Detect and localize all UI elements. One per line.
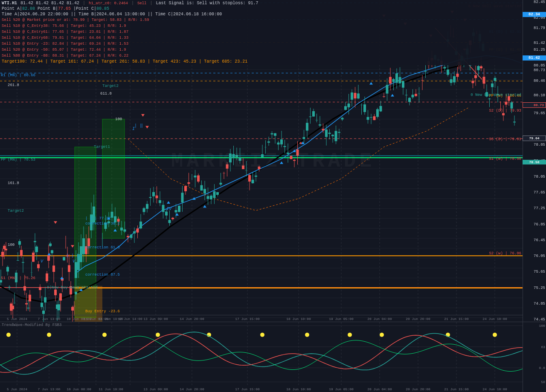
buy-entry-label: Buy Entry -23.6	[85, 309, 120, 314]
sell-order-7: Sell %88 @ Entry -88: 88.31 | Target: 67…	[2, 54, 128, 58]
target2-top-label: Target2	[102, 84, 119, 88]
osc-time-11: 20 Jun 04:00	[367, 387, 392, 391]
sell-order-4: Sell %10 @ C_Entry68: 79.81 | Target: 64…	[2, 36, 128, 40]
buy-wave-label-2: 0|New Buy Wave started	[47, 285, 98, 290]
time-2: 7 Jun 13:00	[38, 317, 61, 321]
osc-time-3: 10 Jun 08:00	[67, 387, 91, 391]
osc-50: 50	[541, 380, 545, 384]
osc-100: 100	[539, 324, 545, 328]
time-10: 18 Jun 10:00	[286, 317, 311, 321]
s1w-price-box: 78.58	[523, 160, 546, 164]
symbol-label: WTI.H1	[2, 1, 17, 6]
time-labels: Time A|2024.06.20 22:00:00 || Time B|202…	[2, 12, 222, 17]
corr-38-label: correction 38.2	[85, 222, 120, 226]
target1-label: Target1	[94, 145, 110, 149]
time-12: 20 Jun 04:00	[367, 317, 392, 321]
osc-time-8: 17 Jun 15:00	[235, 387, 260, 391]
sell-order-1: Sell %20 @ Market price or at: 78.99 | T…	[2, 18, 149, 22]
osc-time-12: 20 Jun 20:00	[406, 387, 430, 391]
indicator-label: h1_atr_c0: 0.2464	[89, 1, 128, 6]
current-price-box: 82.34	[523, 12, 546, 17]
wave-iv-label: IV	[166, 207, 171, 211]
osc-time-13: 21 Jun 15:00	[444, 387, 469, 391]
time-13: 20 Jun 20:00	[406, 317, 430, 321]
fib-161-label: 161.8	[8, 181, 19, 185]
watermark: MARKEIZ TRADE	[171, 150, 375, 173]
main-chart: MARKEIZ TRADE WTI.H1 81.42 81.42 81.42 8…	[0, 0, 546, 322]
chart-container: MARKEIZ TRADE WTI.H1 81.42 81.42 81.42 8…	[0, 0, 546, 392]
buy-wave-label: 0 New Buy Wave started	[470, 93, 521, 97]
osc-time-1: 5 Jun 2024	[7, 387, 27, 391]
osc-time-9: 18 Jun 10:00	[286, 387, 311, 391]
time-14: 21 Jun 15:00	[444, 317, 469, 321]
osc-63: 63	[541, 345, 545, 349]
oscillator-panel: TrendWave-Modified By FSB3 100 63 0.0 50…	[0, 322, 546, 392]
price-display: 81.42 81.42 81.42 81.42	[20, 1, 79, 6]
header-row1: WTI.H1 81.42 81.42 81.42 81.42 | h1_atr_…	[2, 1, 521, 6]
wave-iii-label: |	[141, 124, 143, 128]
target2-left-label: Target2	[8, 209, 24, 213]
osc-time-10: 19 Jun 05:00	[329, 387, 354, 391]
osc-time-2: 7 Jun 13:00	[38, 387, 61, 391]
sell-order-3: Sell %10 @ C_Entry61: 77.65 | Target: 23…	[2, 30, 128, 34]
corr-87-label: correction 87.5	[85, 273, 120, 277]
s1-mn-label: S1 (MN) | 75.26	[1, 276, 35, 280]
time-1: 5 Jun 2024	[7, 317, 27, 321]
time-6: 12 Jun 14:00	[118, 317, 142, 321]
time-9: 17 Jun 15:00	[235, 317, 260, 321]
time-15: 24 Jun 10:00	[482, 317, 507, 321]
osc-time-5: 11 Jun 19:00	[99, 387, 123, 391]
top-header: WTI.H1 81.42 81.42 81.42 81.42 | h1_atr_…	[0, 0, 523, 65]
s2-d-label: S2 (D) | 79.93	[489, 109, 521, 113]
osc-title: TrendWave-Modified By FSB3	[2, 323, 61, 327]
s2-w-label: S2 (w) | 76.06	[489, 251, 521, 256]
time-8: 14 Jun 20:00	[180, 317, 204, 321]
sell-order-2: Sell %10 @ C_Entry38: 75.66 | Target: 45…	[2, 24, 126, 28]
status-label: Sell	[137, 1, 147, 6]
osc-time-7: 14 Jun 20:00	[180, 387, 204, 391]
pp-bid-box: 80.73	[523, 102, 546, 108]
point-a-label: Point A|82.08 Point B|77.65 |Point C|80.…	[2, 6, 109, 11]
corr-61-label: correction 61.8	[85, 245, 120, 250]
osc-canvas	[0, 322, 523, 392]
fib-261-label: 261.8	[8, 83, 19, 87]
val-100-right: 100	[115, 117, 122, 121]
bid-price-box: 81.42	[523, 55, 546, 61]
s1-w-label: S1 (w) | 78.58	[489, 157, 521, 161]
wave-iii-bars: | | |	[66, 254, 79, 258]
osc-time-6: 13 Jun 09:00	[143, 387, 168, 391]
time-axis: 5 Jun 2024 7 Jun 13:00 10 Jun 08:00 11 J…	[0, 315, 523, 322]
time-7: 13 Jun 09:00	[143, 317, 168, 321]
wave-v-label: V	[41, 259, 43, 264]
wave-v2-label: V	[73, 259, 75, 264]
sell-order-6: Sell %20 @ Entry -50: 85.07 | Target: 72…	[2, 48, 126, 52]
s3-price-box: 79.04	[523, 135, 546, 141]
target-labels: Target100: 72.44 | Target 161: 67.24 | T…	[2, 59, 247, 64]
sell-order-5: Sell %10 @ Entry -23: 82.84 | Target: 69…	[2, 42, 128, 46]
s3-d-label: S3 (D) | 79.01	[489, 137, 521, 141]
osc-0: 0.0	[539, 366, 545, 370]
pp-mn-label: PP (MN) | 78.53	[1, 158, 35, 162]
r1-mn-label: R1 (MN) | 80.66	[1, 73, 35, 78]
time-11: 19 Jun 05:00	[329, 317, 354, 321]
signal-label: Last Signal is: Sell with stoploss: 91.7	[156, 1, 258, 6]
fib-611-label: 611.8	[99, 92, 113, 96]
osc-time-14: 24 Jun 10:00	[482, 387, 507, 391]
fib-100-label: 100	[8, 243, 15, 247]
val-77-label: | | | 77.37	[85, 216, 110, 221]
osc-price-axis: 100 63 0.0 50	[523, 322, 546, 392]
